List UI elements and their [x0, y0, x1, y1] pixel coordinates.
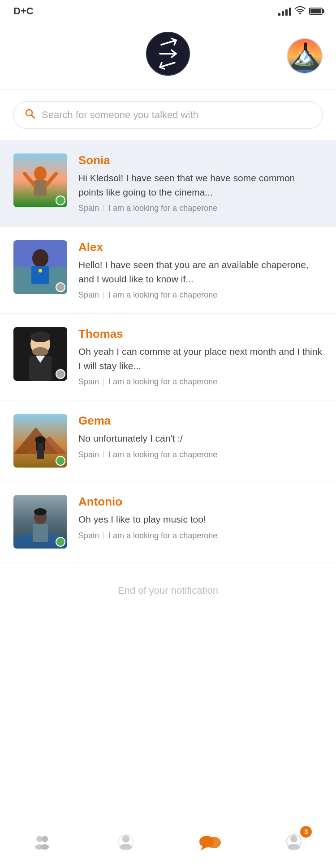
- conv-message-gema: No unfortunately I can't :/: [78, 431, 323, 446]
- conv-avatar-wrap-gema: [13, 414, 67, 468]
- nav-item-group[interactable]: [20, 826, 65, 862]
- online-dot-sonia: [56, 196, 65, 205]
- conv-message-antonio: Oh yes I like to play music too!: [78, 512, 323, 527]
- conv-location-thomas: Spain: [78, 377, 99, 387]
- svg-point-49: [207, 837, 221, 848]
- signal-icon: [278, 7, 291, 16]
- svg-point-41: [42, 836, 48, 842]
- logo-container: [146, 31, 190, 76]
- conv-avatar-wrap-alex: [13, 240, 67, 294]
- messages-icon: [198, 833, 222, 855]
- conv-meta-sep-gema: [103, 451, 104, 458]
- conv-looking-alex: I am a looking for a chaperone: [108, 290, 217, 300]
- svg-point-23: [30, 332, 50, 342]
- conv-content-sonia: Sonia Hi Kledsol! I have seen that we ha…: [78, 153, 323, 213]
- conv-avatar-wrap-sonia: [13, 153, 67, 207]
- svg-point-51: [290, 835, 297, 842]
- nav-item-profile[interactable]: [103, 826, 148, 862]
- account-icon: [286, 834, 302, 854]
- conv-location-gema: Spain: [78, 450, 99, 460]
- search-icon: [25, 109, 35, 121]
- conv-item-sonia[interactable]: Sonia Hi Kledsol! I have seen that we ha…: [0, 140, 336, 227]
- svg-rect-6: [304, 45, 307, 51]
- search-bar[interactable]: Search for someone you talked with: [13, 101, 323, 129]
- svg-point-40: [36, 836, 43, 842]
- status-bar: D+C: [0, 0, 336, 22]
- status-icons: [278, 6, 323, 17]
- group-icon: [33, 834, 51, 854]
- online-dot-alex: [56, 282, 65, 292]
- conv-name-gema: Gema: [78, 414, 323, 428]
- bottom-nav: 3: [0, 819, 336, 868]
- conv-meta-sep-thomas: [103, 379, 104, 386]
- header: [0, 22, 336, 90]
- svg-line-9: [32, 115, 35, 119]
- svg-point-18: [32, 249, 48, 267]
- online-dot-gema: [56, 456, 65, 466]
- svg-point-45: [120, 844, 132, 850]
- conv-avatar-wrap-antonio: [13, 495, 67, 549]
- svg-point-43: [40, 844, 49, 850]
- conv-message-sonia: Hi Kledsol! I have seen that we have som…: [78, 171, 323, 199]
- svg-point-11: [34, 166, 47, 181]
- conv-item-alex[interactable]: Alex Hello! I have seen that you are an …: [0, 227, 336, 314]
- online-dot-thomas: [56, 369, 65, 379]
- svg-point-7: [304, 43, 307, 46]
- conv-item-gema[interactable]: Gema No unfortunately I can't :/ Spain I…: [0, 400, 336, 481]
- conv-meta-sep-sonia: [103, 205, 104, 212]
- conv-looking-thomas: I am a looking for a chaperone: [108, 377, 217, 387]
- conversation-list: Sonia Hi Kledsol! I have seen that we ha…: [0, 140, 336, 562]
- conv-meta-gema: Spain I am a looking for a chaperone: [78, 450, 323, 460]
- search-container: Search for someone you talked with: [0, 90, 336, 140]
- conv-meta-antonio: Spain I am a looking for a chaperone: [78, 531, 323, 540]
- svg-rect-12: [34, 180, 47, 196]
- conv-meta-alex: Spain I am a looking for a chaperone: [78, 290, 323, 300]
- conv-avatar-wrap-thomas: [13, 327, 67, 381]
- svg-rect-31: [37, 448, 44, 459]
- conv-meta-sep-alex: [103, 292, 104, 299]
- user-avatar[interactable]: [287, 38, 323, 74]
- nav-item-messages[interactable]: [188, 826, 233, 862]
- conv-looking-sonia: I am a looking for a chaperone: [108, 204, 217, 213]
- end-notification-text: End of your notification: [118, 585, 218, 596]
- account-badge: 3: [300, 826, 312, 838]
- conv-content-antonio: Antonio Oh yes I like to play music too!…: [78, 495, 323, 540]
- carrier-text: D+C: [13, 5, 34, 17]
- conv-meta-thomas: Spain I am a looking for a chaperone: [78, 377, 323, 387]
- svg-point-38: [34, 508, 47, 515]
- conv-name-sonia: Sonia: [78, 153, 323, 167]
- conv-name-antonio: Antonio: [78, 495, 323, 509]
- svg-rect-34: [43, 442, 45, 451]
- conv-message-alex: Hello! I have seen that you are an avail…: [78, 258, 323, 286]
- profile-icon: [118, 834, 134, 854]
- svg-rect-33: [36, 442, 38, 451]
- nav-item-account[interactable]: 3: [271, 826, 316, 862]
- svg-rect-39: [33, 524, 48, 542]
- conv-looking-antonio: I am a looking for a chaperone: [108, 531, 217, 540]
- conv-item-thomas[interactable]: Thomas Oh yeah I can comme at your place…: [0, 314, 336, 400]
- conv-content-alex: Alex Hello! I have seen that you are an …: [78, 240, 323, 300]
- search-placeholder-text: Search for someone you talked with: [42, 109, 198, 121]
- app-logo: [146, 31, 190, 76]
- end-notification: End of your notification: [0, 562, 336, 619]
- svg-point-20: [39, 269, 42, 272]
- conv-location-alex: Spain: [78, 290, 99, 300]
- conv-content-thomas: Thomas Oh yeah I can comme at your place…: [78, 327, 323, 387]
- conv-location-sonia: Spain: [78, 204, 99, 213]
- conv-name-thomas: Thomas: [78, 327, 323, 341]
- conv-item-antonio[interactable]: Antonio Oh yes I like to play music too!…: [0, 481, 336, 562]
- battery-icon: [309, 8, 323, 15]
- conv-meta-sep-antonio: [103, 532, 104, 539]
- online-dot-antonio: [56, 537, 65, 547]
- conv-content-gema: Gema No unfortunately I can't :/ Spain I…: [78, 414, 323, 460]
- conv-message-thomas: Oh yeah I can comme at your place next m…: [78, 345, 323, 373]
- conv-location-antonio: Spain: [78, 531, 99, 540]
- conv-name-alex: Alex: [78, 240, 323, 254]
- conv-meta-sonia: Spain I am a looking for a chaperone: [78, 204, 323, 213]
- wifi-icon: [295, 6, 306, 17]
- svg-point-24: [32, 347, 48, 356]
- conv-looking-gema: I am a looking for a chaperone: [108, 450, 217, 460]
